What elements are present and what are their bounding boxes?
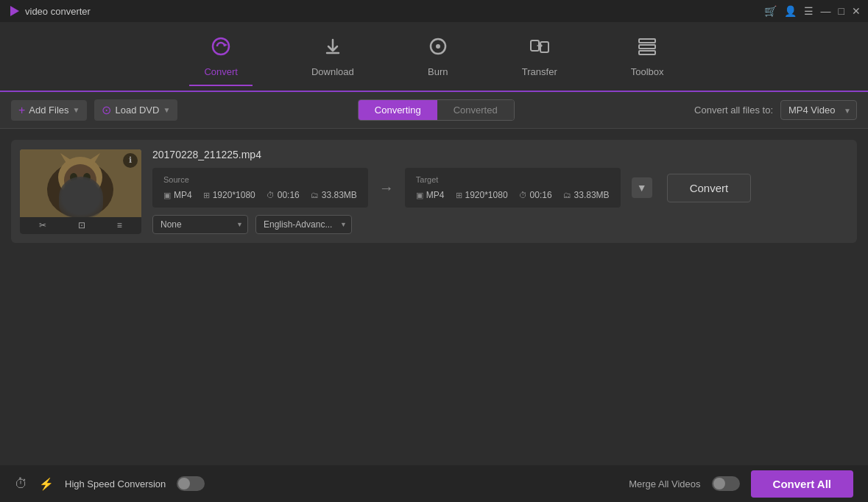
nav-label-toolbox: Toolbox [631, 66, 664, 77]
crop-icon[interactable]: ⊡ [78, 220, 85, 230]
high-speed-label: High Speed Conversion [65, 478, 166, 489]
menu-icon[interactable]: ☰ [804, 5, 814, 17]
target-resolution-icon: ⊞ [456, 191, 462, 200]
svg-point-14 [64, 164, 96, 197]
subtitle-row: None English French German English-Advan… [152, 215, 848, 234]
target-folder-icon: 🗂 [563, 191, 571, 199]
svg-point-17 [70, 173, 77, 182]
app-logo-icon [7, 4, 21, 18]
source-duration-value: 00:16 [278, 190, 300, 200]
target-format-icon: ▣ [416, 191, 423, 200]
target-label: Target [416, 175, 610, 184]
target-size: 🗂 33.83MB [563, 190, 610, 200]
close-button[interactable]: ✕ [852, 5, 861, 17]
file-item: ✂ ⊡ ≡ ℹ 20170228_211225.mp4 Source ▣ MP4 [11, 140, 857, 243]
titlebar-right: 🛒 👤 ☰ — □ ✕ [764, 5, 861, 17]
source-box: Source ▣ MP4 ⊞ 1920*1080 ⏱ 00:16 [152, 168, 368, 208]
maximize-button[interactable]: □ [839, 5, 844, 17]
merge-all-label: Merge All Videos [629, 478, 700, 489]
convert-nav-icon [211, 36, 231, 62]
load-dvd-button[interactable]: ⊙ Load DVD ▼ [94, 99, 177, 121]
content-area: ✂ ⊡ ≡ ℹ 20170228_211225.mp4 Source ▣ MP4 [0, 129, 868, 465]
source-target-row: Source ▣ MP4 ⊞ 1920*1080 ⏱ 00:16 [152, 168, 848, 208]
tab-converting[interactable]: Converting [359, 100, 437, 120]
format-select-wrap: MP4 Video AVI Video MOV Video MKV Video [780, 100, 857, 120]
convert-button[interactable]: Convert [667, 174, 752, 202]
subtitle-select-wrap: None English French German [152, 215, 248, 234]
toggle-knob [178, 478, 190, 489]
add-files-label: Add Files [29, 105, 68, 116]
format-icon: ▣ [163, 191, 171, 200]
load-dvd-label: Load DVD [115, 105, 159, 116]
nav-item-transfer[interactable]: Transfer [507, 29, 572, 85]
target-format: ▣ MP4 [416, 190, 445, 200]
add-files-button[interactable]: + Add Files ▼ [11, 100, 87, 121]
nav-item-convert[interactable]: Convert [189, 29, 253, 86]
titlebar-left: video converter [7, 4, 91, 18]
titlebar: video converter 🛒 👤 ☰ — □ ✕ [0, 0, 868, 22]
user-icon[interactable]: 👤 [784, 5, 797, 17]
target-resolution: ⊞ 1920*1080 [456, 190, 508, 200]
burn-nav-icon [428, 36, 448, 62]
high-speed-toggle[interactable] [177, 476, 205, 491]
target-duration-value: 00:16 [530, 190, 552, 200]
svg-rect-8 [639, 39, 655, 43]
thumbnail-controls: ✂ ⊡ ≡ [20, 217, 141, 234]
load-dvd-arrow-icon: ▼ [163, 106, 170, 114]
svg-point-19 [77, 183, 83, 187]
subtitle-select[interactable]: None English French German [152, 215, 248, 234]
info-button[interactable]: ℹ [123, 153, 138, 168]
merge-toggle-knob [713, 478, 725, 489]
svg-marker-0 [10, 6, 19, 16]
svg-marker-2 [225, 43, 227, 46]
source-to-target-arrow-icon: → [379, 180, 394, 197]
add-files-arrow-icon: ▼ [73, 106, 80, 114]
clock-icon: ⏱ [267, 191, 275, 199]
cart-icon[interactable]: 🛒 [764, 5, 777, 17]
target-format-value: MP4 [426, 190, 445, 200]
convert-all-button[interactable]: Convert All [751, 470, 853, 498]
source-resolution-value: 1920*1080 [213, 190, 255, 200]
settings-icon[interactable]: ≡ [117, 220, 122, 230]
svg-rect-10 [639, 51, 655, 54]
target-expand-button[interactable]: ▼ [632, 177, 652, 198]
svg-point-5 [436, 44, 440, 49]
nav-item-burn[interactable]: Burn [413, 29, 463, 85]
audio-select[interactable]: English-Advanc... French German [255, 215, 352, 234]
scissor-icon[interactable]: ✂ [39, 220, 46, 230]
tab-group: Converting Converted [358, 99, 515, 121]
target-box: Target ▣ MP4 ⊞ 1920*1080 ⏱ 00:16 [405, 168, 621, 208]
toolbox-nav-icon [637, 36, 657, 62]
load-dvd-icon: ⊙ [102, 103, 111, 117]
svg-rect-7 [540, 42, 548, 52]
nav-label-burn: Burn [428, 66, 448, 77]
merge-toggle[interactable] [712, 476, 740, 491]
resolution-icon: ⊞ [203, 191, 210, 200]
audio-select-wrap: English-Advanc... French German [255, 215, 352, 234]
download-nav-icon [322, 36, 343, 62]
bottombar-clock-icon: ⏱ [15, 476, 28, 492]
folder-icon: 🗂 [311, 191, 319, 199]
svg-point-18 [83, 173, 91, 182]
file-name: 20170228_211225.mp4 [152, 149, 848, 160]
nav-label-transfer: Transfer [522, 66, 557, 77]
convert-all-to-label: Convert all files to: [694, 105, 773, 116]
lightning-icon: ⚡ [39, 477, 54, 491]
target-clock-icon: ⏱ [519, 191, 527, 199]
app-title: video converter [25, 6, 91, 17]
source-size: 🗂 33.83MB [311, 190, 357, 200]
source-info: ▣ MP4 ⊞ 1920*1080 ⏱ 00:16 🗂 [163, 190, 357, 200]
transfer-nav-icon [529, 36, 550, 62]
minimize-button[interactable]: — [821, 5, 831, 17]
navbar: Convert Download Burn Transfer Toolbox [0, 22, 868, 92]
source-size-value: 33.83MB [322, 190, 357, 200]
toolbar: + Add Files ▼ ⊙ Load DVD ▼ Converting Co… [0, 92, 868, 129]
format-select[interactable]: MP4 Video AVI Video MOV Video MKV Video [780, 100, 857, 120]
target-info: ▣ MP4 ⊞ 1920*1080 ⏱ 00:16 🗂 [416, 190, 610, 200]
svg-point-1 [213, 38, 229, 54]
nav-item-toolbox[interactable]: Toolbox [616, 29, 679, 85]
nav-label-download: Download [311, 66, 354, 77]
nav-item-download[interactable]: Download [297, 29, 369, 85]
target-size-value: 33.83MB [574, 190, 610, 200]
tab-converted[interactable]: Converted [437, 100, 514, 120]
